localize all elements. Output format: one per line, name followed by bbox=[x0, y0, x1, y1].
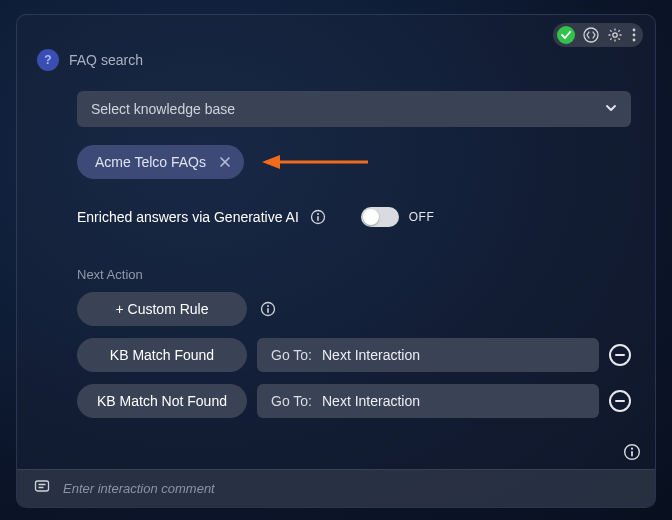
card-title: FAQ search bbox=[69, 52, 143, 68]
svg-rect-20 bbox=[267, 308, 269, 313]
remove-rule-button[interactable] bbox=[609, 390, 631, 412]
svg-line-6 bbox=[610, 30, 611, 31]
select-placeholder: Select knowledge base bbox=[91, 101, 235, 117]
svg-rect-24 bbox=[36, 481, 49, 491]
chevron-down-icon bbox=[605, 101, 617, 117]
close-icon[interactable] bbox=[216, 153, 234, 171]
svg-line-9 bbox=[610, 38, 611, 39]
svg-point-19 bbox=[267, 305, 269, 307]
config-card: ? FAQ search Select knowledge base Acme … bbox=[16, 14, 656, 508]
gear-icon[interactable] bbox=[607, 27, 623, 43]
next-action-label: Next Action bbox=[77, 267, 631, 282]
rule-row: KB Match Found Go To: Next Interaction bbox=[77, 338, 631, 372]
rule-name-pill[interactable]: KB Match Not Found bbox=[77, 384, 247, 418]
status-ok-icon bbox=[557, 26, 575, 44]
info-icon[interactable] bbox=[623, 443, 641, 461]
svg-point-16 bbox=[317, 213, 319, 215]
card-header: ? FAQ search bbox=[37, 49, 143, 71]
remove-rule-button[interactable] bbox=[609, 344, 631, 366]
svg-marker-14 bbox=[262, 155, 280, 169]
comment-input[interactable] bbox=[63, 481, 639, 496]
svg-point-1 bbox=[613, 33, 617, 37]
svg-point-10 bbox=[633, 29, 636, 32]
toggle-state-label: OFF bbox=[409, 210, 435, 224]
svg-point-22 bbox=[631, 448, 633, 450]
faq-icon: ? bbox=[37, 49, 59, 71]
code-icon[interactable] bbox=[583, 27, 599, 43]
svg-point-12 bbox=[633, 39, 636, 42]
rule-row: KB Match Not Found Go To: Next Interacti… bbox=[77, 384, 631, 418]
comment-icon bbox=[33, 478, 51, 500]
enriched-label: Enriched answers via Generative AI bbox=[77, 209, 299, 225]
add-custom-rule-button[interactable]: + Custom Rule bbox=[77, 292, 247, 326]
card-content: Select knowledge base Acme Telco FAQs En… bbox=[77, 91, 631, 418]
svg-rect-17 bbox=[317, 216, 319, 221]
svg-point-0 bbox=[584, 28, 598, 42]
svg-line-8 bbox=[618, 30, 619, 31]
card-toolbar bbox=[553, 23, 643, 47]
card-footer bbox=[17, 469, 655, 507]
knowledge-base-select[interactable]: Select knowledge base bbox=[77, 91, 631, 127]
enriched-toggle[interactable] bbox=[361, 207, 399, 227]
kb-chip: Acme Telco FAQs bbox=[77, 145, 244, 179]
svg-line-7 bbox=[618, 38, 619, 39]
info-icon[interactable] bbox=[259, 300, 277, 318]
info-icon[interactable] bbox=[309, 208, 327, 226]
kb-chip-label: Acme Telco FAQs bbox=[95, 154, 206, 170]
goto-select[interactable]: Go To: Next Interaction bbox=[257, 338, 599, 372]
rule-name-pill[interactable]: KB Match Found bbox=[77, 338, 247, 372]
annotation-arrow-icon bbox=[260, 152, 370, 172]
goto-select[interactable]: Go To: Next Interaction bbox=[257, 384, 599, 418]
toggle-knob bbox=[363, 209, 379, 225]
svg-point-11 bbox=[633, 34, 636, 37]
more-icon[interactable] bbox=[631, 27, 637, 43]
svg-rect-23 bbox=[631, 451, 633, 457]
